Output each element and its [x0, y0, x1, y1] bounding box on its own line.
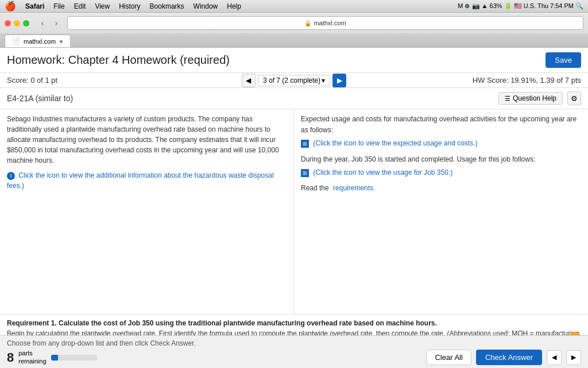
browser-toolbar: ‹ › 🔒 mathxl.com — [0, 13, 588, 33]
bottom-hint: Choose from any drop-down list and then … — [7, 339, 581, 347]
menu-view[interactable]: View — [90, 2, 114, 10]
maximize-button[interactable] — [23, 20, 29, 26]
right-requirements-row: Read the requirements. — [301, 183, 581, 194]
info-icon: i — [7, 172, 15, 180]
menu-bar-right: M ⊕ 📷 ▲ 63% 🔋 🇺🇸 U.S. Thu 7:54 PM 🔍 — [458, 2, 583, 10]
next-nav-button[interactable]: ▶ — [566, 350, 581, 365]
menu-file[interactable]: File — [49, 2, 69, 10]
tab-bar: 📄 mathxl.com × — [0, 33, 588, 47]
requirement-number: Requirement 1. — [7, 319, 57, 327]
tab-favicon: 📄 — [12, 37, 20, 45]
forward-button[interactable]: › — [50, 17, 63, 29]
parts-label: parts — [18, 350, 46, 357]
table-icon-1: ⊞ — [301, 140, 309, 148]
bottom-right-controls: Clear All Check Answer ◀ ▶ — [426, 350, 581, 365]
page-indicator-text: 3 of 7 (2 complete) — [263, 76, 320, 85]
apple-menu[interactable]: 🍎 — [5, 1, 16, 12]
left-info-link: i Click the icon to view the additional … — [7, 170, 287, 191]
remaining-label: remaining — [18, 358, 46, 365]
check-answer-button[interactable]: Check Answer — [476, 350, 542, 365]
page-title: Homework: Chapter 4 Homework (required) — [7, 53, 230, 67]
page-content: Homework: Chapter 4 Homework (required) … — [0, 48, 588, 368]
question-help-label: Question Help — [513, 94, 556, 102]
address-text: mathxl.com — [314, 20, 346, 26]
next-question-button[interactable]: ▶ — [332, 74, 346, 87]
progress-fill — [51, 355, 58, 361]
settings-button[interactable]: ⚙ — [567, 91, 581, 105]
table-icon-2: ⊞ — [301, 169, 309, 177]
left-paragraph: Sebago Industries manufactures a variety… — [7, 114, 287, 166]
prev-nav-button[interactable]: ◀ — [547, 350, 562, 365]
page-header: Homework: Chapter 4 Homework (required) … — [0, 48, 588, 73]
parts-remaining: 8 parts remaining — [7, 350, 97, 365]
list-icon: ☰ — [505, 95, 510, 102]
requirement-description: Calculate the cost of Job 350 using the … — [59, 319, 437, 327]
page-indicator: 3 of 7 (2 complete) ▾ — [258, 75, 330, 86]
close-button[interactable] — [5, 20, 11, 26]
right-during: During the year, Job 350 is started and … — [301, 154, 581, 165]
prev-question-button[interactable]: ◀ — [242, 74, 256, 87]
active-tab[interactable]: 📄 mathxl.com × — [5, 34, 71, 47]
right-link2-row: ⊞ (Click the icon to view the usage for … — [301, 167, 581, 178]
right-link1-row: ⊞ (Click the icon to view the expected u… — [301, 138, 581, 149]
requirements-link[interactable]: requirements. — [333, 184, 375, 192]
requirement-title: Requirement 1. Calculate the cost of Job… — [7, 319, 581, 327]
menu-help[interactable]: Help — [222, 2, 246, 10]
menu-safari[interactable]: Safari — [21, 2, 49, 10]
menu-bookmarks[interactable]: Bookmarks — [145, 2, 189, 10]
right-intro: Expected usage and costs for manufacturi… — [301, 114, 581, 136]
save-button[interactable]: Save — [546, 52, 581, 68]
menu-window[interactable]: Window — [189, 2, 223, 10]
battery-icon: M ⊕ 📷 ▲ 63% 🔋 🇺🇸 U.S. Thu 7:54 PM 🔍 — [458, 2, 583, 10]
lock-icon: 🔒 — [304, 20, 311, 26]
tab-close-icon[interactable]: × — [59, 38, 63, 45]
question-header: E4-21A (similar to) ☰ Question Help ⚙ — [0, 88, 588, 109]
hazardous-waste-link[interactable]: Click the icon to view the additional in… — [7, 171, 274, 190]
read-text: Read the — [301, 184, 329, 192]
job350-usage-link[interactable]: (Click the icon to view the usage for Jo… — [313, 168, 452, 177]
main-content: Sebago Industries manufactures a variety… — [0, 109, 588, 314]
right-panel: Expected usage and costs for manufacturi… — [294, 109, 588, 314]
score-bar: Score: 0 of 1 pt ◀ 3 of 7 (2 complete) ▾… — [0, 73, 588, 88]
menu-bar: 🍎 Safari File Edit View History Bookmark… — [0, 0, 588, 13]
left-panel: Sebago Industries manufactures a variety… — [0, 109, 294, 314]
browser-nav: ‹ › — [36, 17, 63, 29]
score-label: Score: 0 of 1 pt — [7, 76, 473, 85]
bottom-controls: 8 parts remaining Clear All Check Answer… — [7, 350, 581, 365]
minimize-button[interactable] — [14, 20, 20, 26]
parts-number: 8 — [7, 350, 14, 365]
menu-edit[interactable]: Edit — [69, 2, 91, 10]
browser-chrome: ‹ › 🔒 mathxl.com 📄 mathxl.com × — [0, 13, 588, 48]
traffic-lights — [5, 20, 29, 26]
tab-title: mathxl.com — [24, 38, 56, 45]
progress-bar — [51, 355, 97, 361]
question-help-button[interactable]: ☰ Question Help — [498, 92, 563, 105]
gear-icon: ⚙ — [571, 94, 578, 103]
address-bar[interactable]: 🔒 mathxl.com — [67, 16, 583, 30]
menu-history[interactable]: History — [114, 2, 145, 10]
clear-all-button[interactable]: Clear All — [426, 350, 471, 365]
bottom-bar: Choose from any drop-down list and then … — [0, 335, 588, 368]
dropdown-arrow-icon: ▾ — [322, 76, 325, 85]
hw-score: HW Score: 19.91%, 1.39 of 7 pts — [473, 76, 581, 85]
back-button[interactable]: ‹ — [36, 17, 49, 29]
expected-usage-link[interactable]: (Click the icon to view the expected usa… — [313, 139, 477, 147]
question-id: E4-21A (similar to) — [7, 94, 73, 103]
